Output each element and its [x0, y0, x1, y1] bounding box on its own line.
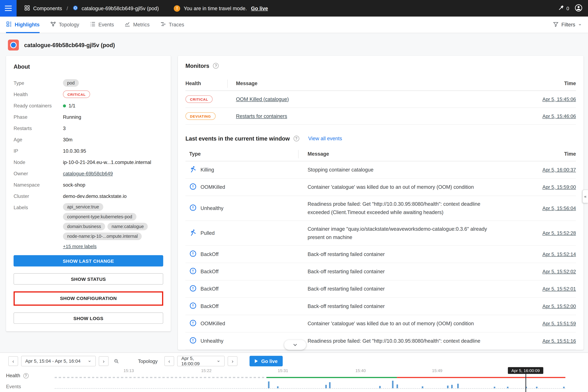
events-baseline	[55, 388, 566, 388]
tab-traces[interactable]: Traces	[160, 16, 184, 33]
view-all-events-link[interactable]: View all events	[308, 136, 342, 141]
owner-link[interactable]: catalogue-69b58cb649	[63, 170, 113, 176]
metrics-chart-icon	[124, 21, 130, 28]
event-time-link[interactable]: Apr 5, 15:51:59	[542, 321, 576, 326]
time-marker[interactable]	[526, 372, 526, 392]
circle-exclamation-icon	[189, 337, 197, 345]
column-header-type: Type	[186, 150, 298, 158]
play-icon	[255, 359, 258, 363]
circle-exclamation-icon	[189, 183, 197, 192]
help-icon[interactable]	[213, 63, 219, 69]
show-configuration-button[interactable]: SHOW CONFIGURATION	[15, 293, 162, 304]
pinned-views[interactable]: 0	[558, 4, 569, 12]
help-icon[interactable]	[23, 373, 28, 378]
event-message: Container 'catalogue' was killed due to …	[298, 183, 512, 191]
app-root: Components / catalogue-69b58cb649-gjl5v …	[0, 0, 588, 392]
traces-icon	[160, 21, 166, 28]
health-line	[55, 377, 566, 378]
page-title: catalogue-69b58cb649-gjl5v (pod)	[24, 42, 115, 48]
tab-label: Events	[98, 22, 114, 28]
event-type: OOMKilled	[200, 321, 225, 326]
expand-panel-button[interactable]	[284, 340, 306, 350]
circle-exclamation-icon	[189, 268, 197, 276]
field-value: Running	[63, 114, 163, 120]
field-label: Namespace	[14, 182, 63, 188]
zoom-out-icon[interactable]	[112, 356, 121, 366]
timeline-tick: 15:49	[432, 368, 442, 373]
column-header-time: Time	[512, 151, 576, 157]
event-time-link[interactable]: Apr 5, 15:52:00	[542, 304, 576, 309]
event-bar	[563, 387, 564, 388]
hamburger-menu-icon[interactable]	[0, 0, 17, 17]
events-histogram	[55, 380, 566, 392]
column-header-time: Time	[516, 81, 576, 86]
field-label: Phase	[14, 114, 63, 120]
monitor-time-link[interactable]: Apr 5, 15:45:06	[542, 96, 576, 102]
event-time-link[interactable]: Apr 5, 15:52:14	[542, 252, 576, 257]
field-restarts: Restarts 3	[14, 122, 163, 134]
about-actions: SHOW LAST CHANGE SHOW STATUS SHOW CONFIG…	[14, 255, 163, 324]
time-range-select[interactable]: Apr 5, 15:04 - Apr 5, 16:04	[21, 356, 96, 366]
breadcrumb-components[interactable]: Components	[24, 5, 62, 12]
event-message: Readiness probe failed: Get "http://10.0…	[298, 200, 512, 216]
monitor-time-link[interactable]: Apr 5, 15:46:06	[542, 113, 576, 119]
go-live-link[interactable]: Go live	[251, 6, 268, 11]
event-type: OOMKilled	[200, 184, 225, 190]
event-time-link[interactable]: Apr 5, 15:52:02	[542, 269, 576, 274]
event-type: Unhealthy	[200, 338, 224, 344]
column-header-message: Message	[298, 151, 512, 157]
health-critical-badge: CRITICAL	[63, 90, 90, 98]
timeline-track[interactable]: 15:1315:2215:3115:4015:49 Apr 5, 16:00:0…	[55, 370, 566, 392]
tab-topology[interactable]: Topology	[50, 16, 79, 33]
event-time-link[interactable]: Apr 5, 15:52:01	[542, 286, 576, 292]
chevron-down-icon	[216, 358, 220, 364]
field-label: Node	[14, 159, 63, 165]
show-status-button[interactable]: SHOW STATUS	[14, 273, 163, 284]
topology-time-select[interactable]: Apr 5, 16:00:09	[177, 356, 224, 366]
timeline-controls: ‹ Apr 5, 15:04 - Apr 5, 16:04 › Topology…	[0, 353, 588, 370]
critical-badge: CRITICAL	[186, 95, 213, 103]
event-type: BackOff	[200, 269, 218, 274]
show-logs-button[interactable]: SHOW LOGS	[14, 312, 163, 324]
events-row-label: Events	[6, 384, 21, 389]
timeline-chart[interactable]: Health Events 15:1315:2215:3115:4015:49 …	[0, 370, 588, 392]
event-row: BackOff Back-off restarting failed conta…	[186, 281, 576, 298]
health-segment-critical	[397, 377, 566, 378]
event-row: OOMKilled Container 'catalogue' was kill…	[186, 179, 576, 196]
user-avatar-icon[interactable]	[574, 4, 583, 13]
breadcrumb-entity[interactable]: catalogue-69b58cb649-gjl5v (pod)	[72, 5, 159, 12]
go-live-button[interactable]: Go live	[250, 356, 283, 366]
label-pill: component-type:kubernetes-pod	[63, 213, 136, 220]
monitor-link[interactable]: OOM Killed (catalogue)	[236, 96, 289, 102]
tab-highlights[interactable]: Highlights	[6, 16, 40, 33]
topology-time-prev-button[interactable]: ‹	[164, 356, 174, 366]
filters-button[interactable]: Filters	[553, 21, 582, 28]
monitor-link[interactable]: Restarts for containers	[236, 113, 287, 119]
column-header-message: Message	[228, 81, 516, 86]
event-bar	[447, 386, 449, 388]
event-time-link[interactable]: Apr 5, 15:52:28	[542, 230, 576, 236]
breadcrumb-entity-label: catalogue-69b58cb649-gjl5v (pod)	[82, 6, 159, 11]
time-range-prev-button[interactable]: ‹	[8, 356, 18, 366]
filter-funnel-icon	[553, 21, 559, 28]
event-time-link[interactable]: Apr 5, 15:51:16	[542, 338, 576, 344]
circle-exclamation-icon	[189, 250, 197, 259]
event-row: OOMKilled Container 'catalogue' was kill…	[186, 315, 576, 332]
label-pill: name:catalogue	[108, 223, 148, 230]
event-time-link[interactable]: Apr 5, 15:59:00	[542, 184, 576, 190]
red-annotation-box: SHOW CONFIGURATION	[14, 291, 163, 306]
help-icon[interactable]	[294, 136, 299, 141]
event-message: Stopping container catalogue	[298, 166, 512, 174]
more-labels-link[interactable]: +15 more labels	[63, 244, 96, 249]
time-range-next-button[interactable]: ›	[99, 356, 108, 366]
event-bar	[379, 386, 381, 388]
event-time-link[interactable]: Apr 5, 16:00:37	[542, 167, 576, 172]
tab-metrics[interactable]: Metrics	[124, 16, 150, 33]
event-time-link[interactable]: Apr 5, 15:56:04	[542, 206, 576, 211]
topology-time-next-button[interactable]: ›	[228, 356, 238, 366]
field-value: 10.0.30.95	[63, 148, 163, 154]
collapse-right-panel-handle[interactable]	[582, 190, 588, 203]
field-label: Type	[14, 80, 63, 86]
tab-events[interactable]: Events	[90, 16, 114, 33]
show-last-change-button[interactable]: SHOW LAST CHANGE	[14, 255, 163, 266]
